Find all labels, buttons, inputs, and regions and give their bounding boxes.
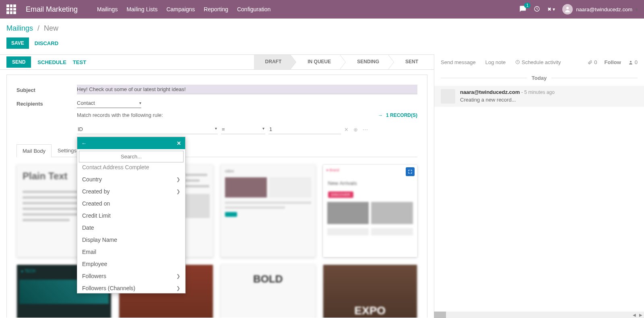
- dropdown-back-icon[interactable]: ←: [81, 140, 87, 146]
- chatter-panel: Send message Log note Schedule activity …: [434, 54, 644, 318]
- status-chain: DRAFT IN QUEUE SENDING SENT: [254, 55, 427, 69]
- dropdown-item-truncated[interactable]: Contact Address Complete: [77, 164, 185, 173]
- dropdown-item-display-name[interactable]: Display Name: [77, 234, 185, 246]
- nav-mailings[interactable]: Mailings: [97, 6, 118, 12]
- chatter-message[interactable]: naara@twinducedz.com - 5 minutes ago Cre…: [434, 86, 644, 107]
- filter-field-value: ID: [78, 126, 83, 132]
- log-note-button[interactable]: Log note: [485, 59, 506, 65]
- template-bold[interactable]: BOLD: [221, 264, 316, 318]
- nav-links: Mailings Mailing Lists Campaigns Reporti…: [97, 6, 270, 12]
- nav-campaigns[interactable]: Campaigns: [166, 6, 195, 12]
- status-sending[interactable]: SENDING: [346, 55, 388, 69]
- recipients-value: Contact: [77, 100, 95, 106]
- subject-input[interactable]: [77, 85, 417, 94]
- records-link[interactable]: → 1 RECORD(S): [378, 112, 417, 118]
- message-time: - 5 minutes ago: [521, 89, 555, 95]
- svg-point-3: [630, 61, 632, 62]
- chevron-right-icon: ❯: [176, 189, 180, 194]
- caret-down-icon: ▾: [139, 101, 141, 105]
- nav-mailing-lists[interactable]: Mailing Lists: [126, 6, 157, 12]
- match-label: Match records with the following rule:: [77, 112, 163, 118]
- dropdown-item-followers-channels[interactable]: Followers (Channels)❯: [77, 282, 185, 293]
- dropdown-item-created-on[interactable]: Created on: [77, 197, 185, 210]
- breadcrumb-current: New: [44, 24, 58, 32]
- template-newsletter[interactable]: odoo: [221, 164, 316, 257]
- status-draft[interactable]: DRAFT: [254, 55, 291, 69]
- dropdown-item-created-by[interactable]: Created by❯: [77, 185, 185, 197]
- breadcrumb: Mailings / New: [0, 19, 644, 35]
- dropdown-search-input[interactable]: [79, 151, 184, 162]
- apps-icon[interactable]: [6, 4, 16, 14]
- nav-configuration[interactable]: Configuration: [237, 6, 270, 12]
- chat-icon[interactable]: 1: [519, 5, 526, 14]
- dropdown-item-date[interactable]: Date: [77, 222, 185, 234]
- message-avatar: [441, 89, 455, 104]
- message-text: Creating a new record...: [460, 97, 555, 103]
- arrow-right-icon: →: [378, 112, 383, 118]
- follow-button[interactable]: Follow: [605, 59, 621, 65]
- form-sheet: Subject Recipients Contact ▾ Match recor…: [6, 75, 427, 318]
- field-dropdown: ← ✕ Contact Address Complete Country❯: [77, 137, 186, 293]
- attachments-button[interactable]: 0: [588, 59, 597, 65]
- caret-down-icon: ▾: [215, 126, 217, 132]
- main-column: SEND SCHEDULE TEST DRAFT IN QUEUE SENDIN…: [0, 54, 434, 318]
- records-count: 1 RECORD(S): [386, 112, 417, 118]
- app-brand[interactable]: Email Marketing: [26, 5, 78, 14]
- schedule-activity-button[interactable]: Schedule activity: [515, 59, 561, 65]
- status-in-queue[interactable]: IN QUEUE: [296, 55, 340, 69]
- dropdown-close-icon[interactable]: ✕: [177, 140, 181, 146]
- filter-value-input[interactable]: 1: [268, 125, 341, 134]
- dropdown-item-credit-limit[interactable]: Credit Limit: [77, 210, 185, 222]
- debug-icon[interactable]: ✖ ▾: [547, 6, 555, 12]
- followers-button[interactable]: 0: [628, 59, 638, 65]
- template-expo[interactable]: EXPO: [323, 264, 418, 318]
- today-divider: Today: [441, 75, 638, 81]
- subject-label: Subject: [17, 85, 77, 93]
- chevron-right-icon: ❯: [176, 285, 180, 291]
- top-navbar: Email Marketing Mailings Mailing Lists C…: [0, 0, 644, 19]
- save-button[interactable]: SAVE: [6, 37, 29, 49]
- filter-value: 1: [269, 126, 272, 132]
- status-row: SEND SCHEDULE TEST DRAFT IN QUEUE SENDIN…: [0, 54, 434, 70]
- tab-mail-body[interactable]: Mail Body: [17, 144, 52, 157]
- user-label: naara@twinducedz.com: [576, 6, 632, 12]
- test-button[interactable]: TEST: [73, 59, 86, 65]
- add-rule-icon[interactable]: ⊕: [353, 127, 358, 133]
- recipients-label: Recipients: [17, 98, 77, 107]
- filter-operator-select[interactable]: = ▾: [221, 125, 265, 134]
- dropdown-item-followers[interactable]: Followers❯: [77, 270, 185, 282]
- chevron-right-icon: ❯: [176, 273, 180, 279]
- breadcrumb-link[interactable]: Mailings: [6, 24, 33, 32]
- more-rule-icon[interactable]: ⋯: [363, 127, 368, 133]
- nav-reporting[interactable]: Reporting: [204, 6, 228, 12]
- dropdown-list[interactable]: Contact Address Complete Country❯ Create…: [77, 164, 185, 293]
- chevron-right-icon: ❯: [176, 177, 180, 182]
- clock-icon[interactable]: [534, 6, 540, 13]
- schedule-button[interactable]: SCHEDULE: [37, 59, 66, 65]
- chatter-actions: Send message Log note Schedule activity …: [434, 54, 644, 70]
- send-message-button[interactable]: Send message: [441, 59, 476, 65]
- filter-operator-value: =: [222, 126, 225, 132]
- recipients-select[interactable]: Contact ▾: [77, 98, 141, 108]
- save-row: SAVE DISCARD: [0, 35, 644, 54]
- svg-point-1: [566, 7, 569, 9]
- dropdown-item-employee[interactable]: Employee: [77, 258, 185, 270]
- avatar: [562, 4, 573, 15]
- topnav-right: 1 ✖ ▾ naara@twinducedz.com ▾: [519, 4, 638, 15]
- message-author: naara@twinducedz.com: [460, 89, 520, 95]
- dropdown-item-email[interactable]: Email: [77, 246, 185, 258]
- send-button[interactable]: SEND: [6, 56, 31, 68]
- status-sent[interactable]: SENT: [394, 55, 427, 69]
- caret-down-icon: ▾: [262, 126, 264, 132]
- filter-row: ID ▾ = ▾ 1 ✕ ⊕: [77, 125, 417, 134]
- dropdown-item-country[interactable]: Country❯: [77, 173, 185, 185]
- caret-down-icon: ▾: [636, 7, 638, 12]
- template-new-arrivals[interactable]: ● Brand New Arrivals DISCOVER: [323, 164, 418, 257]
- scrollbar-horizontal[interactable]: ◀▶: [434, 312, 644, 318]
- delete-rule-icon[interactable]: ✕: [344, 127, 349, 133]
- breadcrumb-sep: /: [37, 24, 39, 32]
- filter-field-select[interactable]: ID ▾: [77, 125, 218, 134]
- discard-button[interactable]: DISCARD: [35, 40, 58, 46]
- user-menu[interactable]: naara@twinducedz.com ▾: [562, 4, 638, 15]
- chat-badge-count: 1: [524, 3, 530, 8]
